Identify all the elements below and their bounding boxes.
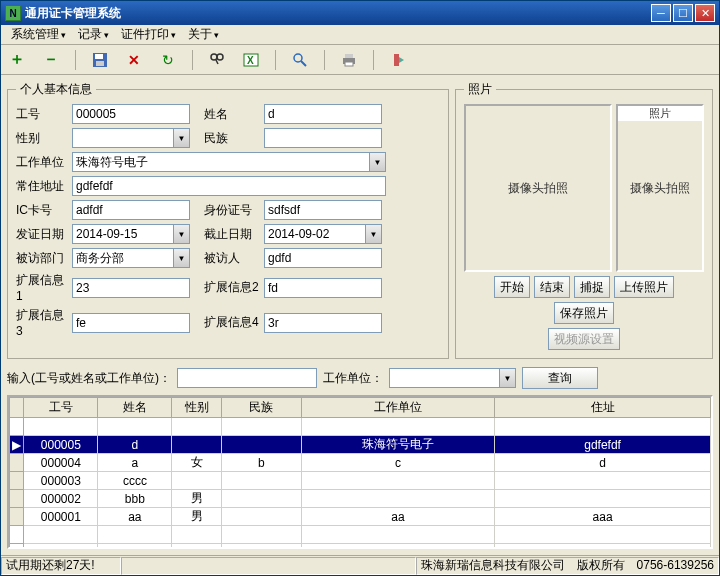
maximize-button[interactable]: ☐ (673, 4, 693, 22)
label-iccard: IC卡号 (16, 202, 68, 219)
label-name: 姓名 (204, 106, 260, 123)
label-idno: 身份证号 (204, 202, 260, 219)
form-legend: 个人基本信息 (16, 81, 96, 98)
minimize-button[interactable]: ─ (651, 4, 671, 22)
label-id: 工号 (16, 106, 68, 123)
btn-start[interactable]: 开始 (494, 276, 530, 298)
exit-icon[interactable] (388, 50, 408, 70)
input-workunit[interactable] (72, 152, 369, 172)
table-row[interactable]: 000002bbb男 (10, 490, 711, 508)
photo-thumb: 照片 摄像头拍照 (616, 104, 704, 272)
save-icon[interactable] (90, 50, 110, 70)
menubar: 系统管理▾ 记录▾ 证件打印▾ 关于▾ (1, 25, 719, 45)
svg-point-8 (294, 54, 302, 62)
col-header[interactable]: 民族 (221, 398, 301, 418)
photo-legend: 照片 (464, 81, 496, 98)
col-header[interactable]: 姓名 (98, 398, 172, 418)
svg-point-3 (211, 54, 217, 60)
chevron-down-icon[interactable]: ▼ (365, 224, 382, 244)
table-row[interactable]: 000001aa男aaaaa (10, 508, 711, 526)
col-header[interactable]: 住址 (495, 398, 711, 418)
input-ext3[interactable] (72, 313, 190, 333)
input-iccard[interactable] (72, 200, 190, 220)
export-excel-icon[interactable]: X (241, 50, 261, 70)
search-input[interactable] (177, 368, 317, 388)
menu-system[interactable]: 系统管理▾ (5, 24, 72, 45)
menu-record[interactable]: 记录▾ (72, 24, 115, 45)
close-button[interactable]: ✕ (695, 4, 715, 22)
input-idno[interactable] (264, 200, 382, 220)
svg-rect-13 (394, 54, 399, 66)
label-ext2: 扩展信息2 (204, 279, 260, 296)
grid: 工号姓名性别民族工作单位住址▶000005d珠海符号电子gdfefdf00000… (7, 395, 713, 549)
input-id[interactable] (72, 104, 190, 124)
window-title: 通用证卡管理系统 (25, 5, 651, 22)
photo-preview: 摄像头拍照 (464, 104, 612, 272)
input-issuedate[interactable] (72, 224, 173, 244)
svg-rect-2 (96, 61, 104, 66)
status-trial: 试用期还剩27天! (1, 557, 121, 575)
label-expdate: 截止日期 (204, 226, 260, 243)
input-addr[interactable] (72, 176, 386, 196)
btn-video-source: 视频源设置 (548, 328, 620, 350)
input-sex[interactable] (72, 128, 173, 148)
form-fieldset: 个人基本信息 工号 姓名 性别 ▼ 民族 工作单位 ▼ (7, 81, 449, 359)
search-unit-input[interactable] (389, 368, 499, 388)
label-dept: 被访部门 (16, 250, 68, 267)
table-row[interactable]: 000003cccc (10, 472, 711, 490)
col-header[interactable]: 工作单位 (301, 398, 494, 418)
input-ext4[interactable] (264, 313, 382, 333)
chevron-down-icon[interactable]: ▼ (173, 248, 190, 268)
btn-capture[interactable]: 捕捉 (574, 276, 610, 298)
label-addr: 常住地址 (16, 178, 68, 195)
add-icon[interactable]: ＋ (7, 50, 27, 70)
refresh-icon[interactable]: ↻ (158, 50, 178, 70)
svg-rect-1 (95, 54, 103, 59)
col-header[interactable]: 工号 (24, 398, 98, 418)
chevron-down-icon[interactable]: ▼ (499, 368, 516, 388)
titlebar: N 通用证卡管理系统 ─ ☐ ✕ (1, 1, 719, 25)
chevron-down-icon[interactable]: ▼ (173, 128, 190, 148)
label-ext3: 扩展信息3 (16, 307, 68, 338)
svg-point-4 (217, 54, 223, 60)
chevron-down-icon[interactable]: ▼ (369, 152, 386, 172)
search-button[interactable]: 查询 (522, 367, 598, 389)
table-row[interactable]: ▶000005d珠海符号电子gdfefdf (10, 436, 711, 454)
menu-about[interactable]: 关于▾ (182, 24, 225, 45)
input-ext2[interactable] (264, 278, 382, 298)
input-person[interactable] (264, 248, 382, 268)
input-expdate[interactable] (264, 224, 365, 244)
search-icon[interactable] (207, 50, 227, 70)
statusbar: 试用期还剩27天! 珠海新瑞信息科技有限公司 版权所有 0756-6139256 (1, 555, 719, 575)
table-row[interactable]: 000004a女bcd (10, 454, 711, 472)
cancel-icon[interactable]: ✕ (124, 50, 144, 70)
search-unit-label: 工作单位： (323, 370, 383, 387)
input-nation[interactable] (264, 128, 382, 148)
toolbar: ＋ － ✕ ↻ X (1, 45, 719, 75)
input-ext1[interactable] (72, 278, 190, 298)
label-sex: 性别 (16, 130, 68, 147)
svg-rect-12 (345, 62, 353, 66)
label-ext1: 扩展信息1 (16, 272, 68, 303)
input-name[interactable] (264, 104, 382, 124)
btn-save-photo[interactable]: 保存照片 (554, 302, 614, 324)
input-dept[interactable] (72, 248, 173, 268)
label-ext4: 扩展信息4 (204, 314, 260, 331)
svg-rect-11 (345, 54, 353, 58)
svg-line-5 (216, 60, 218, 64)
btn-upload[interactable]: 上传照片 (614, 276, 674, 298)
delete-icon[interactable]: － (41, 50, 61, 70)
menu-print[interactable]: 证件打印▾ (115, 24, 182, 45)
status-copyright: 珠海新瑞信息科技有限公司 版权所有 0756-6139256 (416, 557, 719, 575)
btn-stop[interactable]: 结束 (534, 276, 570, 298)
print-icon[interactable] (339, 50, 359, 70)
app-icon: N (5, 5, 21, 21)
col-header[interactable]: 性别 (172, 398, 221, 418)
chevron-down-icon[interactable]: ▼ (173, 224, 190, 244)
svg-text:X: X (247, 55, 254, 66)
zoom-icon[interactable] (290, 50, 310, 70)
label-nation: 民族 (204, 130, 260, 147)
label-issuedate: 发证日期 (16, 226, 68, 243)
label-workunit: 工作单位 (16, 154, 68, 171)
photo-fieldset: 照片 摄像头拍照 照片 摄像头拍照 开始 结束 捕捉 上传照片 保存照片 视频 (455, 81, 713, 359)
